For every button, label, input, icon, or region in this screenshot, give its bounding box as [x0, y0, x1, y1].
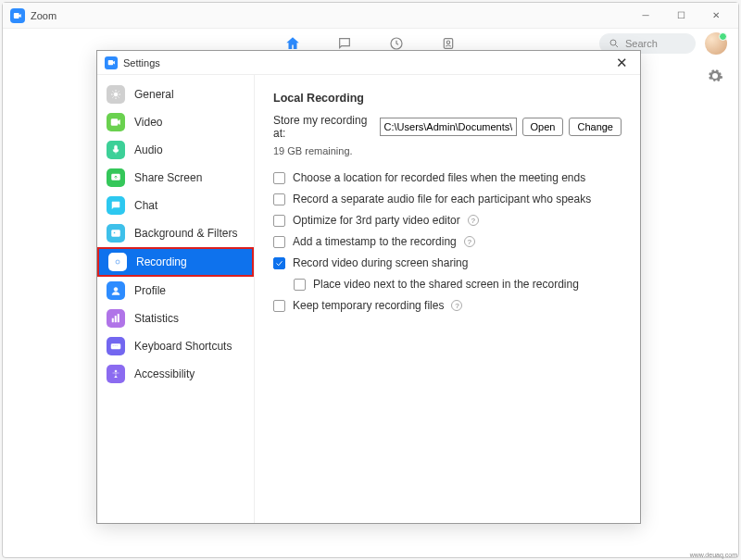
option-label: Optimize for 3rd party video editor [293, 214, 460, 227]
close-settings-button[interactable]: ✕ [610, 52, 633, 74]
option-label: Place video next to the shared screen in… [313, 278, 579, 291]
option-row: Add a timestamp to the recording ? [273, 235, 622, 248]
profile-icon [107, 281, 125, 300]
general-icon [107, 85, 125, 104]
help-icon[interactable]: ? [451, 300, 462, 311]
svg-point-3 [610, 40, 616, 45]
sidebar-item-label: Recording [136, 255, 187, 268]
svg-rect-11 [112, 318, 114, 322]
main-window-title: Zoom [31, 10, 57, 21]
svg-point-18 [115, 370, 117, 372]
share-screen-icon [107, 168, 125, 187]
svg-point-7 [114, 232, 116, 234]
store-at-label: Store my recording at: [273, 114, 374, 140]
help-icon[interactable]: ? [464, 236, 475, 247]
sidebar-item-share-screen[interactable]: Share Screen [97, 164, 254, 192]
maximize-button[interactable]: ☐ [666, 6, 696, 25]
svg-rect-15 [113, 345, 114, 346]
option-label: Record a separate audio file for each pa… [293, 193, 591, 205]
remaining-storage-text: 19 GB remaining. [273, 145, 622, 156]
option-label: Choose a location for recorded files whe… [293, 171, 585, 184]
checkbox[interactable] [294, 279, 306, 291]
sidebar-item-label: Accessibility [134, 367, 195, 380]
sidebar-item-background-filters[interactable]: Background & Filters [97, 219, 254, 247]
background-filters-icon [107, 224, 125, 243]
local-recording-heading: Local Recording [273, 92, 622, 105]
svg-point-9 [116, 260, 119, 264]
sidebar-item-label: Background & Filters [134, 227, 237, 240]
keyboard-shortcuts-icon [107, 337, 125, 355]
option-label: Add a timestamp to the recording [293, 235, 457, 248]
svg-rect-17 [117, 345, 118, 346]
minimize-button[interactable]: ─ [631, 6, 660, 25]
sidebar-item-keyboard-shortcuts[interactable]: Keyboard Shortcuts [97, 332, 254, 360]
settings-titlebar: Settings ✕ [97, 51, 640, 75]
option-row: Optimize for 3rd party video editor ? [273, 214, 622, 227]
checkbox[interactable] [273, 193, 285, 205]
statistics-icon [107, 309, 125, 328]
option-row: Choose a location for recorded files whe… [273, 171, 622, 184]
recording-panel: Local Recording Store my recording at: O… [255, 75, 640, 523]
sidebar-item-recording[interactable]: Recording [97, 247, 254, 277]
sidebar-item-label: General [134, 88, 174, 101]
svg-point-2 [446, 41, 449, 44]
settings-window: Settings ✕ GeneralVideoAudioShare Screen… [96, 50, 641, 524]
option-row: Record a separate audio file for each pa… [273, 193, 622, 205]
recording-path-input[interactable] [380, 118, 517, 136]
checkbox[interactable] [273, 300, 285, 312]
svg-point-4 [114, 93, 118, 96]
zoom-logo-icon [10, 8, 25, 23]
checkbox[interactable] [273, 236, 285, 248]
main-titlebar: Zoom ─ ☐ ✕ [3, 3, 738, 29]
help-icon[interactable]: ? [468, 215, 479, 226]
svg-point-10 [114, 288, 118, 292]
settings-sidebar: GeneralVideoAudioShare ScreenChatBackgro… [97, 75, 255, 523]
option-row: Record video during screen sharing [273, 256, 622, 269]
option-row: Place video next to the shared screen in… [294, 278, 622, 291]
option-label: Record video during screen sharing [293, 256, 468, 269]
sidebar-item-audio[interactable]: Audio [97, 136, 254, 164]
sidebar-item-label: Profile [134, 284, 166, 297]
search-label: Search [625, 38, 658, 49]
sidebar-item-general[interactable]: General [97, 81, 254, 108]
option-label: Keep temporary recording files [293, 299, 444, 312]
checkbox[interactable] [273, 172, 285, 184]
recording-icon [108, 253, 127, 271]
option-row: Keep temporary recording files ? [273, 299, 622, 312]
watermark-text: www.deuaq.com [690, 552, 737, 558]
sidebar-item-statistics[interactable]: Statistics [97, 305, 254, 332]
sidebar-item-chat[interactable]: Chat [97, 192, 254, 219]
sidebar-item-label: Statistics [134, 312, 179, 325]
sidebar-item-video[interactable]: Video [97, 108, 254, 136]
sidebar-item-label: Share Screen [134, 171, 202, 184]
settings-title: Settings [123, 57, 160, 68]
sidebar-item-label: Audio [134, 143, 163, 156]
settings-gear-icon[interactable] [707, 68, 723, 88]
audio-icon [107, 141, 125, 159]
sidebar-item-label: Keyboard Shortcuts [134, 340, 232, 353]
video-icon [107, 113, 125, 131]
svg-rect-12 [115, 317, 117, 323]
sidebar-item-profile[interactable]: Profile [97, 277, 254, 305]
checkbox[interactable] [273, 215, 285, 227]
change-folder-button[interactable]: Change [569, 118, 622, 136]
zoom-logo-icon [105, 56, 118, 69]
chat-icon [107, 196, 125, 215]
open-folder-button[interactable]: Open [522, 118, 564, 136]
close-main-button[interactable]: ✕ [701, 6, 731, 25]
sidebar-item-accessibility[interactable]: Accessibility [97, 360, 254, 388]
checkbox[interactable] [273, 257, 285, 269]
user-avatar[interactable] [705, 32, 727, 55]
svg-rect-13 [118, 315, 119, 323]
accessibility-icon [107, 365, 125, 383]
svg-rect-6 [112, 230, 120, 237]
svg-rect-16 [115, 345, 116, 346]
sidebar-item-label: Chat [134, 199, 157, 212]
sidebar-item-label: Video [134, 116, 162, 129]
